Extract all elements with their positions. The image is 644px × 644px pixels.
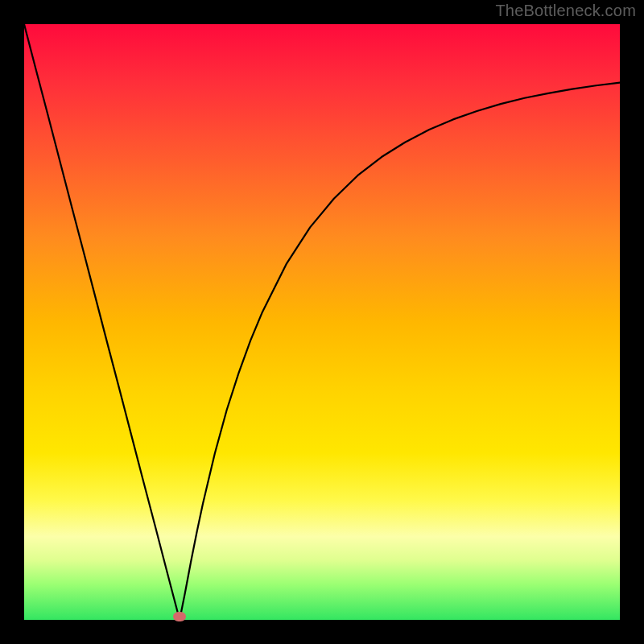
chart-frame: TheBottleneck.com: [0, 0, 644, 644]
curve-svg: [24, 24, 620, 620]
minimum-marker: [173, 612, 186, 621]
plot-area: [24, 24, 620, 620]
watermark-text: TheBottleneck.com: [495, 2, 636, 20]
bottleneck-curve: [24, 24, 620, 620]
